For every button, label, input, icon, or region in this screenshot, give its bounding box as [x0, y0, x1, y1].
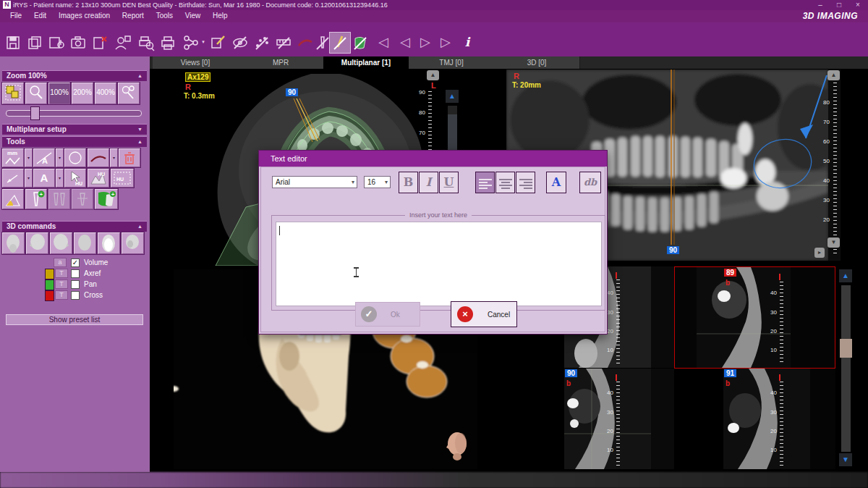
- menu-report[interactable]: Report: [122, 12, 144, 20]
- menu-edit[interactable]: Edit: [34, 12, 46, 20]
- info-icon[interactable]: i: [457, 33, 477, 53]
- measure-polyline-tool[interactable]: mm: [2, 148, 24, 167]
- scroll-up-icon[interactable]: ▲: [446, 90, 459, 103]
- delete-tool[interactable]: [119, 148, 140, 167]
- close-button[interactable]: ×: [851, 0, 865, 9]
- measure-angle-tool[interactable]: A: [33, 148, 55, 167]
- annotation-visibility-icon[interactable]: [330, 33, 350, 53]
- underline-button[interactable]: U: [439, 172, 459, 193]
- cross-checkbox[interactable]: [71, 291, 80, 300]
- curve-dropdown[interactable]: ▾: [110, 148, 118, 167]
- text-input-area[interactable]: [276, 222, 602, 306]
- axref-tag-button[interactable]: T: [55, 269, 68, 278]
- head-left-button[interactable]: [26, 232, 48, 254]
- axial-slice-marker[interactable]: 90: [286, 88, 298, 96]
- segmentation-3d-tool[interactable]: +: [95, 189, 118, 209]
- font-size-select[interactable]: 16 ▾: [364, 176, 391, 188]
- nav-first-icon[interactable]: ◁: [373, 33, 393, 53]
- head-oblique-button[interactable]: [122, 232, 144, 254]
- zoom-section-header[interactable]: Zoom 100% ▲: [2, 70, 147, 81]
- font-family-select[interactable]: Arial ▾: [272, 176, 357, 188]
- pano-scroll-down-button[interactable]: ▼: [827, 237, 840, 248]
- measure-angle-dropdown[interactable]: ▾: [56, 148, 64, 167]
- show-preset-list-button[interactable]: Show preset list: [6, 314, 143, 325]
- hide-measurements-icon[interactable]: [230, 33, 250, 53]
- share-dropdown-icon[interactable]: ▾: [200, 33, 207, 53]
- measure-ruler-visibility-icon[interactable]: [273, 33, 294, 53]
- zoom-multi-button[interactable]: [118, 83, 140, 104]
- axial-scroll-up-button[interactable]: ▲: [427, 70, 439, 80]
- align-right-button[interactable]: [516, 172, 535, 193]
- pano-slice-marker[interactable]: 90: [667, 246, 679, 254]
- cancel-button[interactable]: × Cancel: [451, 301, 517, 327]
- save-icon[interactable]: [3, 33, 23, 53]
- scroll-down-icon[interactable]: ▼: [839, 453, 852, 466]
- pan-tag-button[interactable]: T: [55, 279, 68, 289]
- tab-tmj[interactable]: TMJ [0]: [409, 56, 495, 69]
- db-style-button[interactable]: db: [579, 172, 601, 193]
- italic-button[interactable]: I: [419, 172, 438, 193]
- menu-tools[interactable]: Tools: [156, 12, 173, 20]
- cross-section-cell-selected[interactable]: 89 b 40 30 20 10: [674, 266, 835, 369]
- head-right-button[interactable]: [50, 232, 72, 254]
- minimize-button[interactable]: –: [813, 0, 827, 9]
- scrollbar-track[interactable]: [841, 285, 851, 452]
- cross-section-scrollbar[interactable]: ▲ ▼: [838, 268, 855, 469]
- commands3d-section-header[interactable]: 3D commands ▲: [2, 221, 147, 232]
- hu-pointer-tool[interactable]: HU: [64, 169, 86, 188]
- arrow-dropdown[interactable]: ▾: [25, 169, 33, 188]
- menu-file[interactable]: File: [10, 12, 22, 20]
- edit-image-icon[interactable]: [208, 33, 229, 53]
- print-preview-icon[interactable]: [136, 33, 156, 53]
- nav-previous-icon[interactable]: ◁: [395, 33, 415, 53]
- tab-3d[interactable]: 3D [0]: [494, 56, 580, 69]
- pan-checkbox[interactable]: [71, 280, 80, 289]
- head-top-button[interactable]: [98, 232, 120, 254]
- menu-view[interactable]: View: [185, 12, 201, 20]
- head-front-button[interactable]: [2, 232, 25, 254]
- zoom-slider-thumb[interactable]: [30, 106, 40, 120]
- bold-button[interactable]: B: [399, 172, 418, 193]
- volume-checkbox[interactable]: ✓: [71, 258, 80, 267]
- scroll-up-icon[interactable]: ▲: [839, 269, 852, 282]
- nav-last-icon[interactable]: ▷: [435, 33, 456, 53]
- tab-multiplanar[interactable]: Multiplanar [1]: [323, 56, 409, 69]
- 3d-object-visibility-icon[interactable]: [350, 33, 370, 53]
- angle-gold-tool[interactable]: [2, 189, 24, 209]
- copy-images-icon[interactable]: [25, 33, 45, 53]
- cross-tag-button[interactable]: T: [55, 290, 68, 300]
- arrow-tool[interactable]: [2, 169, 24, 188]
- text-dropdown[interactable]: ▾: [56, 169, 64, 188]
- axref-checkbox[interactable]: [71, 269, 80, 278]
- delete-document-icon[interactable]: [90, 33, 110, 53]
- maximize-button[interactable]: □: [832, 0, 846, 9]
- zoom-slider-track[interactable]: [6, 110, 142, 117]
- tools-section-header[interactable]: Tools ▲: [2, 136, 147, 147]
- volume-alpha-button[interactable]: a: [54, 258, 67, 267]
- nav-next-icon[interactable]: ▷: [415, 33, 435, 53]
- scrollbar-thumb[interactable]: [840, 339, 852, 358]
- align-center-button[interactable]: [495, 172, 515, 193]
- menu-images-creation[interactable]: Images creation: [59, 12, 110, 20]
- cross-section-cell[interactable]: 91 b 40 30 20 10: [723, 369, 835, 469]
- zoom-magnifier-button[interactable]: [25, 83, 47, 104]
- font-color-button[interactable]: A: [546, 172, 566, 193]
- hu-region-tool[interactable]: HU: [111, 169, 134, 188]
- menu-help[interactable]: Help: [213, 12, 228, 20]
- share-icon[interactable]: [181, 33, 201, 53]
- cross-section-cell[interactable]: 90 b 40 30 20 10: [564, 369, 674, 469]
- measure-polyline-dropdown[interactable]: ▾: [25, 148, 33, 167]
- head-back-button[interactable]: [74, 232, 96, 254]
- zoom-100-button[interactable]: 100%: [48, 83, 70, 104]
- export-patient-icon[interactable]: [113, 33, 133, 53]
- pano-play-button[interactable]: ▸: [814, 248, 825, 258]
- head-orientation-icon[interactable]: [443, 431, 469, 461]
- zoom-400-button[interactable]: 400%: [95, 83, 116, 104]
- print-icon[interactable]: [158, 33, 178, 53]
- multiplanar-section-header[interactable]: Multiplanar setup ▼: [2, 124, 147, 135]
- pano-scroll-up-button[interactable]: ▲: [827, 70, 840, 80]
- zoom-200-button[interactable]: 200%: [72, 83, 93, 104]
- implant-add-tool[interactable]: +: [25, 189, 47, 209]
- align-left-button[interactable]: [475, 172, 495, 193]
- hu-histogram-tool[interactable]: HU: [88, 169, 109, 188]
